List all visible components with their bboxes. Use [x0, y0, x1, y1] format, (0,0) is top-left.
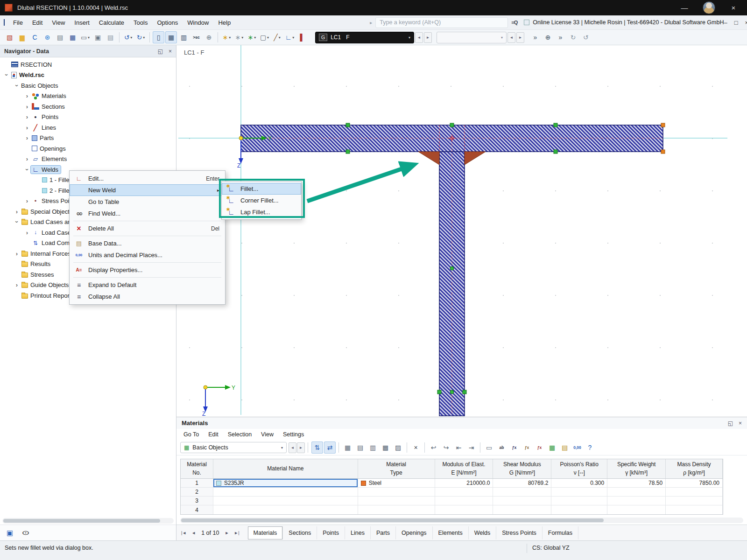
table-cell[interactable]: [358, 488, 435, 496]
materials-menu-edit[interactable]: Edit: [204, 430, 223, 439]
table-cell[interactable]: 2: [181, 488, 213, 496]
expander-icon[interactable]: ›: [23, 124, 31, 131]
materials-menu-go-to[interactable]: Go To: [179, 430, 203, 439]
table-tab-formulas[interactable]: Formulas: [543, 526, 578, 539]
table-tab-points[interactable]: Points: [317, 526, 345, 539]
column-header-poisson-s-ratio[interactable]: Poisson's Ratioν [--]: [551, 459, 607, 478]
table-group-combo[interactable]: ▦ Basic Objects ▾: [180, 442, 287, 453]
tree-item-materials[interactable]: ›Materials: [0, 91, 176, 102]
close-panel-icon[interactable]: ×: [739, 420, 742, 427]
table-columns-icon[interactable]: ▦: [342, 441, 353, 454]
formula-icon[interactable]: ƒx: [508, 441, 520, 454]
expander-icon[interactable]: ›: [23, 92, 31, 99]
clipboard-icon[interactable]: ▤: [105, 31, 116, 43]
edit-annotation-icon[interactable]: ∟▾: [284, 31, 296, 43]
search-input[interactable]: [380, 19, 504, 26]
dropdown-arrow-icon[interactable]: ▾: [279, 35, 281, 40]
model-manager-icon[interactable]: C: [29, 31, 41, 43]
more-tools-icon[interactable]: »: [529, 31, 541, 43]
menu-insert[interactable]: Insert: [70, 17, 94, 28]
tree-item-weld-rsc[interactable]: ›Weld.rsc: [0, 70, 176, 81]
expander-icon[interactable]: ›: [23, 197, 31, 204]
table-tab-elements[interactable]: Elements: [433, 526, 469, 539]
new-block-icon[interactable]: ▢▾: [259, 31, 270, 43]
menu-file[interactable]: File: [8, 17, 28, 28]
formula-remove-icon[interactable]: ƒx: [521, 441, 533, 454]
table-cell[interactable]: [213, 505, 358, 514]
decimal-places-icon[interactable]: 0,00: [571, 441, 583, 454]
table-cell[interactable]: 80769.2: [493, 479, 551, 487]
menu-window[interactable]: Window: [183, 17, 213, 28]
tree-item-openings[interactable]: Openings: [0, 143, 176, 154]
table-cell[interactable]: 7850.00: [666, 479, 723, 487]
menu-options[interactable]: Options: [152, 17, 183, 28]
table-cell[interactable]: [607, 505, 666, 514]
pan-icon[interactable]: ⊕: [542, 31, 554, 43]
table-cell[interactable]: [435, 497, 493, 505]
copy-rows-icon[interactable]: ↩: [428, 441, 439, 454]
context-item-collapse-all[interactable]: Collapse All: [70, 291, 225, 302]
previous-table-button[interactable]: ◄: [289, 442, 296, 453]
column-header-mass-density-kg-m[interactable]: Mass Densityρ [kg/m³]: [666, 459, 723, 478]
table-tab-stress-points[interactable]: Stress Points: [496, 526, 543, 539]
expander-icon[interactable]: ›: [13, 208, 21, 215]
print-icon[interactable]: ▭▾: [79, 31, 91, 43]
context-item-base-data[interactable]: Base Data...: [70, 238, 225, 249]
shift-right-icon[interactable]: ⇥: [465, 441, 477, 454]
float-panel-icon[interactable]: ◱: [728, 420, 733, 427]
dropdown-arrow-icon[interactable]: ▾: [241, 35, 243, 40]
context-item-edit[interactable]: Edit...Enter: [70, 173, 225, 184]
first-page-button[interactable]: |◄: [180, 530, 187, 536]
insert-row-icon[interactable]: ▥: [367, 441, 379, 454]
expander-icon[interactable]: ›: [14, 218, 21, 226]
column-header-specific-weight-kn-m[interactable]: Specific Weightγ [kN/m³]: [607, 459, 666, 478]
table-cell[interactable]: Steel: [358, 479, 435, 487]
table-cell[interactable]: [358, 505, 435, 514]
table-cell[interactable]: [493, 488, 551, 496]
save-icon[interactable]: ▦: [67, 31, 78, 43]
new-special-object-icon[interactable]: ∗▾: [246, 31, 258, 43]
excel-export-icon[interactable]: ▦: [546, 441, 558, 454]
next-page-button[interactable]: ►: [224, 530, 230, 536]
next-item-button[interactable]: ►: [516, 32, 524, 43]
expander-icon[interactable]: ›: [24, 166, 31, 173]
chevron-down-icon[interactable]: ▾: [409, 35, 410, 40]
next-table-button[interactable]: ►: [297, 442, 305, 453]
expander-icon[interactable]: ›: [23, 229, 31, 236]
view-document-icon[interactable]: ▯: [153, 31, 164, 43]
table-cell[interactable]: 0.300: [551, 479, 607, 487]
online-services-icon[interactable]: ⊛: [42, 31, 53, 43]
tree-item-sections[interactable]: ›Sections: [0, 101, 176, 112]
delete-rows-icon[interactable]: ↪: [440, 441, 452, 454]
expander-icon[interactable]: ›: [3, 71, 10, 79]
table-tab-lines[interactable]: Lines: [345, 526, 371, 539]
table-cell[interactable]: [666, 488, 723, 496]
fill-pattern-icon[interactable]: ▩: [380, 441, 391, 454]
row-display-icon[interactable]: ▭: [483, 441, 495, 454]
clear-table-icon[interactable]: ×: [410, 441, 422, 454]
table-cell[interactable]: [551, 497, 607, 505]
last-page-button[interactable]: ►|: [233, 530, 240, 536]
expander-icon[interactable]: ›: [23, 103, 31, 110]
table-cell[interactable]: 210000.0: [435, 479, 493, 487]
graphics-viewport[interactable]: Y Z Y Z LC1 - F: [176, 45, 747, 417]
minimize-button[interactable]: —: [678, 4, 691, 12]
context-item-find-weld[interactable]: Find Weld...: [70, 208, 225, 219]
submenu-item-fillet[interactable]: Fillet...: [222, 183, 301, 195]
table-cell[interactable]: 4: [181, 505, 213, 514]
table-export-icon[interactable]: ▤: [354, 441, 366, 454]
format-painter-icon[interactable]: ╱▾: [271, 31, 283, 43]
reset-view-icon[interactable]: ↺: [580, 31, 592, 43]
new-model-icon[interactable]: ▧: [4, 31, 15, 43]
table-cell[interactable]: [607, 488, 666, 496]
new-object-icon[interactable]: ∗▾: [221, 31, 233, 43]
chevron-down-icon[interactable]: ▾: [281, 446, 283, 450]
menu-help[interactable]: Help: [213, 17, 235, 28]
expander-icon[interactable]: ›: [13, 250, 21, 257]
dropdown-arrow-icon[interactable]: ▾: [88, 35, 90, 40]
table-cell[interactable]: [666, 497, 723, 505]
next-load-case-button[interactable]: ►: [424, 32, 432, 43]
sync-cell-selection-icon[interactable]: ⇄: [324, 441, 336, 454]
menu-calculate[interactable]: Calculate: [94, 17, 129, 28]
context-item-go-to-table[interactable]: Go to Table: [70, 196, 225, 208]
